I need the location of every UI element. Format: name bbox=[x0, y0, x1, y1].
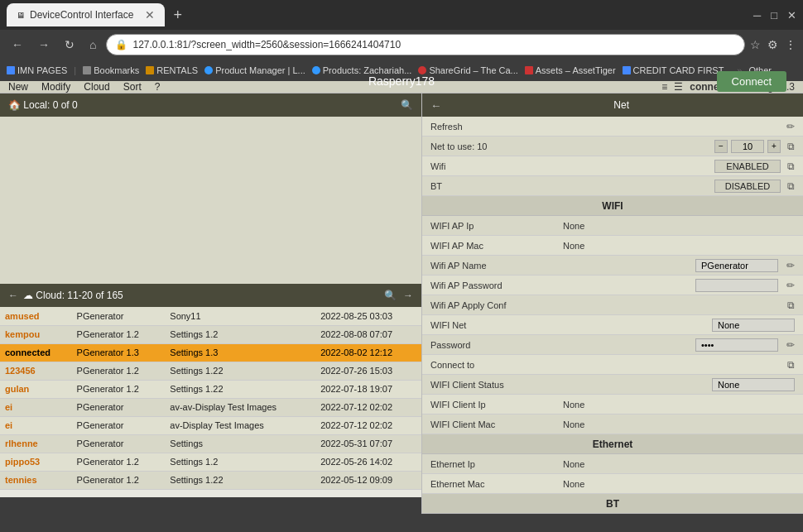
bm-label-rent: RENTALS bbox=[156, 65, 198, 75]
connect-to-copy-icon[interactable]: ⧉ bbox=[787, 359, 795, 371]
bt-enabled-row: BT DISABLED ⧉ bbox=[422, 176, 803, 196]
cell-name: rlhenne bbox=[0, 434, 72, 453]
bm-favicon-cc bbox=[623, 66, 631, 74]
tab-close-button[interactable]: ✕ bbox=[145, 8, 155, 22]
connect-button[interactable]: Connect bbox=[717, 71, 786, 92]
wifi-ap-password-input[interactable] bbox=[695, 279, 778, 292]
cell-name: kempou bbox=[0, 325, 72, 343]
wifi-ap-name-row: Wifi AP Name ✏ bbox=[422, 256, 803, 276]
table-row[interactable]: 123456 PGenerator 1.2 Settings 1.22 2022… bbox=[0, 362, 421, 380]
wifi-ap-mac-label: WIFI AP Mac bbox=[430, 241, 563, 251]
cell-name: 123456 bbox=[0, 362, 72, 380]
net-increment-button[interactable]: + bbox=[767, 140, 781, 153]
table-row[interactable]: gulan PGenerator 1.2 Settings 1.22 2022-… bbox=[0, 380, 421, 398]
bookmark-creditcard[interactable]: CREDIT CARD FIRST... bbox=[623, 65, 731, 75]
cell-app: PGenerator 1.2 bbox=[72, 471, 166, 489]
bookmark-star-icon[interactable]: ☆ bbox=[750, 38, 761, 51]
table-row[interactable]: ei PGenerator av-Display Test Images 202… bbox=[0, 416, 421, 434]
nav-icons: ☆ ⚙ ⋮ bbox=[750, 38, 796, 51]
bm-favicon-at bbox=[525, 66, 533, 74]
forward-button[interactable]: → bbox=[33, 36, 55, 53]
bookmark-assettiger[interactable]: Assets – AssetTiger bbox=[525, 65, 616, 75]
wifi-copy-icon[interactable]: ⧉ bbox=[787, 161, 795, 172]
bookmark-imn-pages[interactable]: IMN PAGES bbox=[7, 65, 67, 75]
grid-icon[interactable]: ☰ bbox=[674, 81, 683, 93]
wifi-ap-name-input[interactable] bbox=[695, 259, 778, 272]
main-content: 🏠 Local: 0 of 0 🔍 ← ☁ Cloud: 11-20 of 16… bbox=[0, 93, 803, 514]
hamburger-icon[interactable]: ≡ bbox=[661, 81, 667, 93]
net-value-input[interactable] bbox=[731, 140, 764, 153]
table-row[interactable]: connected PGenerator 1.3 Settings 1.3 20… bbox=[0, 343, 421, 362]
home-button[interactable]: ⌂ bbox=[84, 36, 101, 53]
menu-help[interactable]: ? bbox=[155, 81, 161, 93]
bookmark-product-manager[interactable]: Product Manager | L... bbox=[204, 65, 305, 75]
net-copy-icon[interactable]: ⧉ bbox=[787, 141, 795, 152]
table-row[interactable]: tennies PGenerator 1.2 Settings 1.22 202… bbox=[0, 471, 421, 489]
ethernet-mac-value: None bbox=[563, 479, 795, 489]
cell-name: ei bbox=[0, 398, 72, 416]
reload-button[interactable]: ↻ bbox=[60, 36, 79, 53]
extensions-icon[interactable]: ⚙ bbox=[767, 38, 778, 51]
net-back-button[interactable]: ← bbox=[430, 99, 441, 112]
cell-date: 2022-08-25 03:03 bbox=[315, 307, 421, 325]
wifi-net-input[interactable] bbox=[712, 319, 795, 332]
cell-date: 2022-05-12 09:09 bbox=[315, 471, 421, 489]
wifi-enabled-row: Wifi ENABLED ⧉ bbox=[422, 156, 803, 176]
cloud-title: ☁ Cloud: 11-20 of 165 bbox=[23, 290, 123, 301]
minimize-button[interactable]: ─ bbox=[753, 9, 761, 22]
cell-name: amused bbox=[0, 307, 72, 325]
connect-to-row: Connect to ⧉ bbox=[422, 355, 803, 375]
cloud-prev-button[interactable]: ← bbox=[8, 290, 18, 301]
address-bar[interactable]: 🔒 127.0.0.1:81/?screen_width=2560&sessio… bbox=[106, 34, 745, 55]
bookmark-rentals[interactable]: RENTALS bbox=[146, 65, 198, 75]
cell-name: ei bbox=[0, 416, 72, 434]
table-row[interactable]: amused PGenerator Sony11 2022-08-25 03:0… bbox=[0, 307, 421, 325]
wifi-client-mac-row: WIFI Client Mac None bbox=[422, 415, 803, 434]
bt-copy-icon[interactable]: ⧉ bbox=[787, 180, 795, 192]
table-row[interactable]: rlhenne PGenerator Settings 2022-05-31 0… bbox=[0, 434, 421, 453]
bm-favicon-rent bbox=[146, 66, 154, 74]
cloud-header: ← ☁ Cloud: 11-20 of 165 🔍 → bbox=[0, 284, 421, 307]
cell-name: gulan bbox=[0, 380, 72, 398]
cell-settings: Settings 1.22 bbox=[165, 362, 315, 380]
menu-cloud[interactable]: Cloud bbox=[84, 81, 109, 93]
maximize-button[interactable]: □ bbox=[771, 9, 777, 22]
cell-date: 2022-07-12 02:02 bbox=[315, 416, 421, 434]
more-icon[interactable]: ⋮ bbox=[785, 38, 796, 51]
wifi-password-edit-icon[interactable]: ✏ bbox=[786, 339, 795, 351]
new-tab-button[interactable]: + bbox=[168, 7, 187, 24]
wifi-ap-ip-label: WIFI AP Ip bbox=[430, 221, 563, 231]
ethernet-mac-row: Ethernet Mac None bbox=[422, 474, 803, 494]
close-window-button[interactable]: ✕ bbox=[787, 9, 796, 22]
wifi-client-status-row: WIFI Client Status bbox=[422, 375, 803, 395]
wifi-ap-apply-copy-icon[interactable]: ⧉ bbox=[787, 300, 795, 311]
wifi-client-status-label: WIFI Client Status bbox=[430, 380, 563, 390]
bookmark-bookmarks[interactable]: Bookmarks bbox=[83, 65, 139, 75]
cell-settings: av-av-Display Test Images bbox=[165, 398, 315, 416]
bm-label-sg: ShareGrid – The Ca... bbox=[429, 65, 517, 75]
app-container: Rasperry178 Connect New Modify Cloud Sor… bbox=[0, 81, 803, 497]
wifi-client-status-input[interactable] bbox=[712, 378, 795, 391]
table-row[interactable]: pippo53 PGenerator 1.2 Settings 1.2 2022… bbox=[0, 453, 421, 471]
net-header: ← Net bbox=[422, 93, 803, 117]
cloud-search-icon[interactable]: 🔍 bbox=[384, 290, 397, 301]
table-container: amused PGenerator Sony11 2022-08-25 03:0… bbox=[0, 307, 421, 514]
table-row[interactable]: ei PGenerator av-av-Display Test Images … bbox=[0, 398, 421, 416]
wifi-ap-name-edit-icon[interactable]: ✏ bbox=[786, 260, 795, 271]
wifi-ap-password-edit-icon[interactable]: ✏ bbox=[786, 280, 795, 291]
refresh-edit-icon[interactable]: ✏ bbox=[786, 121, 795, 132]
active-tab[interactable]: 🖥 DeviceControl Interface ✕ bbox=[7, 3, 165, 26]
wifi-password-label: Password bbox=[430, 340, 563, 350]
menu-sort[interactable]: Sort bbox=[123, 81, 142, 93]
net-stepper: − + ⧉ bbox=[714, 140, 795, 153]
cloud-next-button[interactable]: → bbox=[403, 290, 413, 301]
net-decrement-button[interactable]: − bbox=[714, 140, 728, 153]
local-search-icon[interactable]: 🔍 bbox=[401, 99, 413, 111]
wifi-password-input[interactable] bbox=[695, 338, 778, 352]
table-row[interactable]: kempou PGenerator 1.2 Settings 1.2 2022-… bbox=[0, 325, 421, 343]
ethernet-ip-value: None bbox=[563, 459, 795, 469]
back-button[interactable]: ← bbox=[7, 36, 28, 53]
cell-app: PGenerator 1.3 bbox=[72, 343, 166, 362]
menu-new[interactable]: New bbox=[8, 81, 28, 93]
menu-modify[interactable]: Modify bbox=[41, 81, 70, 93]
